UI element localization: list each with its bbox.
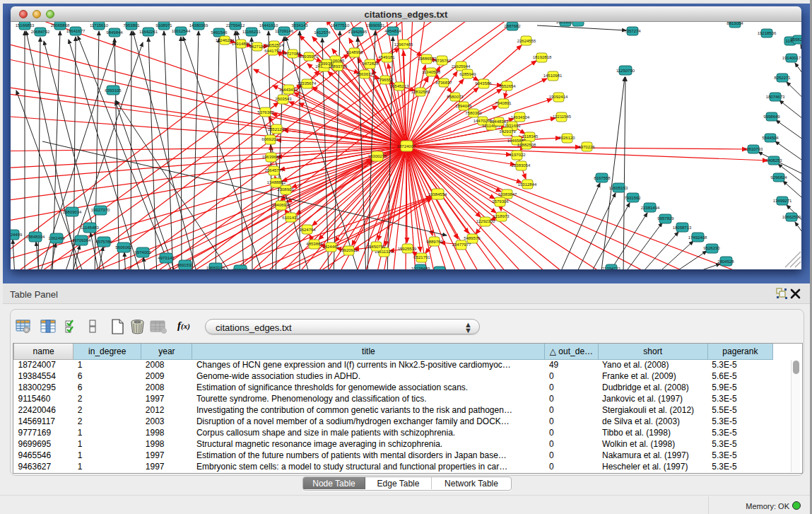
svg-text:22624555: 22624555: [517, 39, 536, 43]
svg-text:6069202: 6069202: [261, 137, 278, 141]
svg-text:4853864: 4853864: [306, 242, 323, 246]
svg-text:14380369: 14380369: [189, 23, 208, 28]
svg-text:2579306: 2579306: [492, 199, 509, 204]
svg-text:12832589: 12832589: [411, 90, 430, 94]
svg-text:9526230: 9526230: [703, 246, 720, 250]
svg-text:20065868: 20065868: [51, 23, 70, 28]
svg-text:14914801: 14914801: [232, 42, 251, 46]
svg-text:17492408: 17492408: [688, 235, 707, 240]
svg-text:6441793: 6441793: [264, 49, 281, 53]
svg-text:14510981: 14510981: [543, 74, 563, 78]
svg-text:10554171: 10554171: [430, 269, 449, 269]
svg-text:10238489: 10238489: [411, 267, 430, 269]
svg-text:18724007: 18724007: [397, 144, 416, 148]
svg-text:1362499: 1362499: [48, 236, 65, 240]
svg-text:22383054: 22383054: [512, 163, 531, 168]
svg-text:21942645: 21942645: [348, 30, 367, 34]
svg-text:8148998: 8148998: [346, 50, 363, 54]
svg-text:6552654: 6552654: [499, 84, 516, 88]
svg-text:12967485: 12967485: [394, 42, 413, 47]
svg-text:15803034: 15803034: [63, 210, 82, 214]
svg-text:8252271: 8252271: [774, 76, 791, 80]
svg-text:15450791: 15450791: [367, 245, 386, 249]
svg-text:2887682: 2887682: [504, 24, 521, 28]
svg-text:7040891: 7040891: [495, 101, 512, 105]
svg-text:12810793: 12810793: [744, 147, 763, 151]
svg-text:11250790: 11250790: [616, 69, 635, 73]
svg-text:14934304: 14934304: [511, 115, 530, 119]
svg-text:8167558: 8167558: [594, 176, 611, 180]
svg-text:11709146: 11709146: [275, 29, 294, 33]
svg-text:22477977: 22477977: [452, 243, 471, 247]
svg-text:21624499: 21624499: [11, 233, 23, 237]
svg-text:19092414: 19092414: [549, 95, 568, 99]
svg-text:19639665: 19639665: [262, 155, 281, 159]
svg-text:4691531: 4691531: [177, 263, 194, 267]
svg-text:10662590: 10662590: [782, 215, 801, 219]
svg-text:4575786: 4575786: [95, 240, 112, 244]
svg-text:11166231: 11166231: [242, 30, 261, 34]
svg-text:11715610: 11715610: [90, 23, 109, 28]
svg-text:3558221: 3558221: [790, 37, 801, 42]
svg-text:3408253: 3408253: [765, 158, 782, 163]
svg-text:14735762: 14735762: [433, 59, 452, 63]
svg-text:11642261: 11642261: [139, 30, 158, 34]
svg-text:9998649: 9998649: [763, 115, 780, 119]
svg-text:19327370: 19327370: [91, 208, 110, 212]
svg-text:5606062: 5606062: [115, 245, 132, 250]
svg-text:13335674: 13335674: [298, 81, 317, 86]
svg-text:4970226: 4970226: [578, 145, 595, 149]
svg-text:9043586: 9043586: [475, 81, 492, 86]
svg-text:21925944: 21925944: [452, 64, 471, 69]
svg-text:2804528: 2804528: [717, 259, 734, 264]
svg-text:19990931: 19990931: [366, 23, 385, 28]
svg-text:20684792: 20684792: [31, 30, 50, 34]
svg-text:5376362: 5376362: [257, 110, 274, 115]
svg-text:10012544: 10012544: [172, 29, 191, 33]
svg-text:2503543: 2503543: [275, 97, 292, 101]
svg-text:6285949: 6285949: [459, 72, 476, 76]
svg-text:9472828: 9472828: [362, 62, 379, 66]
svg-text:15166853: 15166853: [16, 23, 35, 28]
svg-text:4973143: 4973143: [158, 256, 175, 260]
svg-text:8736837: 8736837: [435, 81, 452, 85]
svg-text:22759412: 22759412: [226, 23, 245, 28]
svg-text:16441910: 16441910: [259, 23, 278, 28]
svg-text:18058713: 18058713: [673, 226, 692, 230]
svg-text:19920911: 19920911: [339, 248, 358, 252]
svg-text:9974003: 9974003: [134, 250, 151, 255]
svg-text:13499271: 13499271: [773, 199, 792, 203]
svg-text:3429373: 3429373: [499, 129, 516, 134]
svg-text:20645777: 20645777: [265, 168, 284, 173]
svg-text:9957829: 9957829: [657, 216, 674, 221]
svg-text:12882508: 12882508: [517, 143, 536, 147]
svg-text:11340506: 11340506: [422, 70, 441, 74]
svg-text:6393105: 6393105: [105, 88, 122, 93]
svg-text:18641677: 18641677: [66, 29, 86, 33]
svg-text:12211545: 12211545: [553, 115, 572, 119]
svg-text:15312844: 15312844: [518, 182, 537, 187]
svg-text:11443433: 11443433: [279, 88, 298, 92]
svg-text:19406972: 19406972: [272, 203, 291, 207]
svg-text:6521791: 6521791: [413, 255, 430, 259]
svg-text:4454814: 4454814: [384, 29, 401, 33]
svg-text:6315966: 6315966: [232, 268, 249, 269]
svg-text:12605153: 12605153: [609, 186, 628, 190]
svg-text:7953801: 7953801: [123, 23, 140, 28]
svg-text:5544504: 5544504: [762, 136, 779, 140]
svg-text:19709364: 19709364: [72, 238, 91, 243]
svg-text:19663105: 19663105: [206, 266, 225, 269]
svg-text:15925539: 15925539: [398, 247, 417, 251]
svg-text:13935970: 13935970: [300, 54, 319, 59]
svg-text:16893736: 16893736: [329, 64, 348, 69]
svg-text:18074673: 18074673: [766, 95, 785, 99]
svg-text:1894046: 1894046: [455, 104, 472, 108]
svg-text:8580073: 8580073: [447, 95, 464, 99]
svg-text:11145483: 11145483: [81, 226, 99, 230]
svg-text:16477510: 16477510: [331, 23, 350, 28]
svg-text:1424461: 1424461: [322, 245, 339, 249]
svg-text:18848304: 18848304: [26, 235, 45, 239]
svg-text:22381494: 22381494: [641, 206, 660, 210]
svg-text:10383847: 10383847: [498, 192, 517, 197]
svg-text:10448367: 10448367: [490, 119, 509, 124]
